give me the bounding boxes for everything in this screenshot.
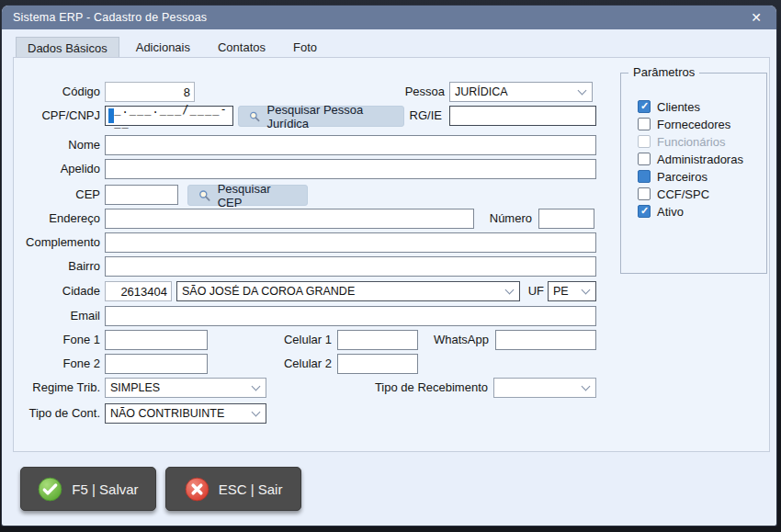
complemento-label: Complemento (14, 232, 100, 253)
fone1-label: Fone 1 (14, 330, 100, 350)
tab-foto[interactable]: Foto (282, 37, 328, 57)
chevron-down-icon (578, 85, 587, 95)
pesquisar-cep-label: Pesquisar CEP (218, 182, 297, 209)
tipo-cont-label: Tipo de Cont. (14, 403, 100, 424)
checkbox-fornecedores[interactable]: Fornecedores (638, 117, 730, 131)
pessoa-value: JURÍDICA (455, 85, 579, 98)
endereco-label: Endereço (14, 209, 100, 229)
checkbox-label: Ativo (657, 205, 684, 219)
save-button[interactable]: F5 | Salvar (20, 467, 156, 511)
cep-input[interactable] (105, 185, 178, 205)
checkbox-funcionarios: Funcionários (638, 134, 725, 149)
parametros-title: Parâmetros (628, 65, 699, 79)
cpf-cnpj-input[interactable]: _.___.___/____-__ (105, 106, 233, 126)
tipo-recebimento-label: Tipo de Recebimento (363, 378, 488, 398)
checkbox-label: Administradoras (657, 153, 743, 166)
cidade-select[interactable]: SÃO JOSÉ DA COROA GRANDE (176, 281, 520, 301)
checkbox-parceiros[interactable]: Parceiros (638, 169, 707, 184)
check-circle-icon (38, 477, 62, 502)
pesquisar-pessoa-juridica-label: Pesquisar Pessoa Jurídica (267, 103, 394, 130)
cep-label: CEP (14, 185, 100, 205)
checkbox-label: CCF/SPC (657, 187, 709, 201)
exit-button[interactable]: ESC | Sair (165, 467, 301, 511)
tab-adicionais[interactable]: Adicionais (125, 37, 201, 57)
cidade-codigo-input[interactable] (105, 281, 172, 301)
numero-input[interactable] (538, 209, 594, 229)
apelido-input[interactable] (105, 159, 596, 179)
bairro-label: Bairro (14, 256, 100, 277)
tab-panel-dados-basicos: Código Pessoa JURÍDICA CPF/CNPJ _.___.__… (13, 57, 770, 452)
whatsapp-input[interactable] (495, 330, 596, 350)
fone2-label: Fone 2 (14, 354, 100, 374)
fone2-input[interactable] (105, 354, 208, 374)
checkbox-label: Fornecedores (657, 118, 730, 131)
codigo-label: Código (14, 82, 100, 102)
complemento-input[interactable] (105, 232, 596, 253)
search-icon (249, 110, 261, 123)
checkbox-ccf-spc[interactable]: CCF/SPC (638, 187, 709, 201)
pesquisar-pessoa-juridica-button[interactable]: Pesquisar Pessoa Jurídica (238, 106, 404, 127)
uf-select[interactable]: PE (548, 281, 596, 301)
tab-contatos[interactable]: Contatos (207, 37, 277, 57)
checkbox-label: Clientes (657, 100, 700, 114)
numero-label: Número (446, 209, 532, 229)
checkbox-icon (638, 135, 651, 148)
pessoa-select[interactable]: JURÍDICA (449, 82, 593, 102)
endereco-input[interactable] (105, 209, 474, 229)
celular1-label: Celular 1 (243, 330, 332, 350)
parametros-groupbox: Parâmetros Clientes Fornecedores Funcion… (620, 73, 767, 274)
codigo-input[interactable] (105, 82, 195, 102)
whatsapp-label: WhatsApp (393, 330, 489, 350)
checkbox-icon[interactable] (638, 100, 651, 113)
cpf-cnpj-label: CPF/CNPJ (14, 106, 100, 126)
search-icon (198, 189, 211, 202)
checkbox-label: Funcionários (657, 135, 725, 149)
checkbox-icon[interactable] (638, 118, 651, 130)
cidade-value: SÃO JOSÉ DA COROA GRANDE (182, 285, 506, 298)
tab-bar: Dados Básicos Adicionais Contatos Foto (16, 37, 328, 57)
chevron-down-icon (252, 381, 261, 391)
checkbox-icon[interactable] (638, 187, 651, 200)
close-icon[interactable]: ✕ (747, 11, 765, 24)
uf-label: UF (504, 281, 544, 301)
x-circle-icon (185, 477, 209, 502)
chevron-down-icon (582, 381, 591, 391)
cidade-label: Cidade (14, 281, 100, 301)
chevron-down-icon (252, 407, 261, 416)
uf-value: PE (553, 285, 583, 298)
checkbox-label: Parceiros (657, 170, 707, 184)
save-button-label: F5 | Salvar (72, 481, 138, 497)
tipo-cont-select[interactable]: NÃO CONTRIBUINTE (105, 403, 266, 424)
cpf-cnpj-mask: _.___.___/____-__ (114, 103, 230, 129)
rg-ie-input[interactable] (449, 106, 596, 126)
exit-button-label: ESC | Sair (219, 481, 283, 497)
tab-dados-basicos[interactable]: Dados Básicos (16, 37, 119, 57)
rg-ie-label: RG/IE (387, 106, 442, 126)
email-label: Email (14, 306, 100, 326)
celular2-label: Celular 2 (243, 354, 332, 374)
bairro-input[interactable] (105, 256, 596, 277)
regime-trib-value: SIMPLES (110, 381, 253, 394)
checkbox-icon[interactable] (638, 170, 651, 183)
app-window: Sistema ERP - Cadastro de Pessoas ✕ Dado… (2, 6, 776, 526)
checkbox-icon[interactable] (638, 153, 651, 165)
checkbox-ativo[interactable]: Ativo (638, 204, 684, 219)
tipo-recebimento-select[interactable] (493, 378, 596, 398)
tipo-cont-value: NÃO CONTRIBUINTE (110, 407, 253, 420)
pessoa-label: Pessoa (362, 82, 445, 102)
checkbox-clientes[interactable]: Clientes (638, 99, 700, 114)
regime-trib-label: Regime Trib. (14, 378, 100, 398)
desktop-background: Sistema ERP - Cadastro de Pessoas ✕ Dado… (0, 0, 781, 532)
checkbox-administradoras[interactable]: Administradoras (638, 152, 743, 166)
celular2-input[interactable] (337, 354, 418, 374)
pesquisar-cep-button[interactable]: Pesquisar CEP (187, 185, 308, 206)
email-input[interactable] (105, 306, 596, 326)
apelido-label: Apelido (14, 159, 100, 179)
chevron-down-icon (582, 285, 591, 294)
nome-label: Nome (14, 135, 100, 155)
nome-input[interactable] (105, 135, 596, 155)
regime-trib-select[interactable]: SIMPLES (105, 378, 266, 398)
fone1-input[interactable] (105, 330, 208, 350)
checkbox-icon[interactable] (638, 205, 651, 218)
window-title: Sistema ERP - Cadastro de Pessoas (13, 11, 207, 24)
